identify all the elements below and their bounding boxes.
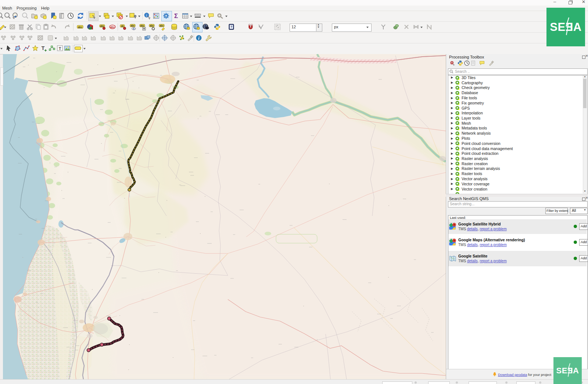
svg-text:abc: abc — [159, 24, 164, 27]
svg-text:?: ? — [230, 25, 233, 29]
svg-text:T: T — [42, 45, 45, 51]
svg-text:abc: abc — [100, 25, 104, 27]
svg-text:abc: abc — [130, 24, 135, 27]
svg-text:T: T — [59, 46, 61, 51]
svg-text:ab: ab — [121, 25, 124, 27]
svg-text:abc: abc — [78, 26, 82, 28]
svg-text:abc: abc — [110, 26, 115, 28]
svg-text:i: i — [146, 13, 147, 17]
svg-text:abc: abc — [150, 24, 154, 27]
svg-text:abc: abc — [140, 24, 144, 27]
svg-text:Σ: Σ — [174, 13, 178, 19]
